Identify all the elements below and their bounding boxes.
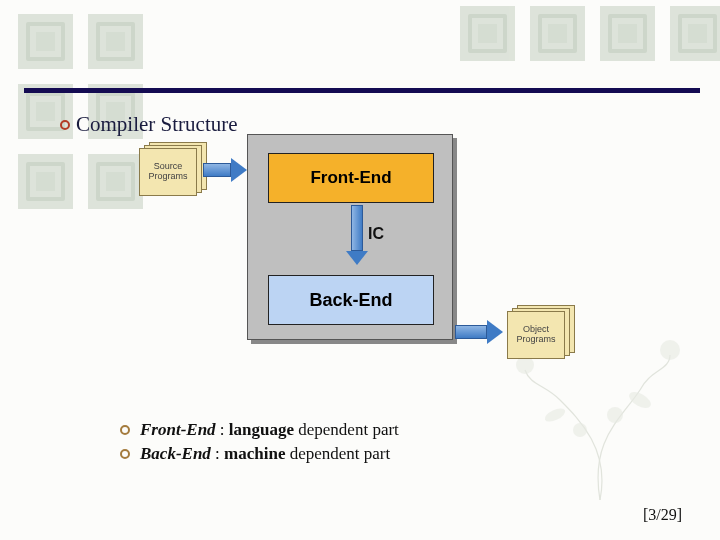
arrow-backend-to-object [455,320,503,344]
compiler-diagram: Source Programs Front-End IC Back-End Ob… [135,130,565,390]
svg-point-0 [660,340,680,360]
definitions-list: Front-End : language dependent part Back… [120,420,399,468]
object-programs-stack: Object Programs [503,305,581,357]
source-programs-stack: Source Programs [135,142,213,194]
def-term: Front-End [140,420,216,439]
arrow-frontend-to-backend [346,205,368,265]
bullet-icon [60,120,70,130]
divider-line [24,88,700,93]
svg-point-4 [627,389,654,411]
bg-ornament [18,154,73,209]
bg-ornament [670,6,720,61]
def-keyword: language [229,420,294,439]
def-keyword: machine [224,444,285,463]
def-rest: dependent part [294,420,399,439]
object-label: Object Programs [508,325,564,345]
definition-row: Back-End : machine dependent part [120,444,399,464]
svg-point-2 [607,407,623,423]
bg-ornament [18,14,73,69]
ic-label: IC [368,225,384,243]
svg-point-5 [543,406,567,424]
compiler-panel: Front-End IC Back-End [247,134,457,344]
page-number: [3/29] [643,506,682,524]
bg-ornament [88,14,143,69]
source-label: Source Programs [140,162,196,182]
bg-ornament [460,6,515,61]
bullet-icon [120,449,130,459]
def-term: Back-End [140,444,211,463]
def-rest: dependent part [285,444,390,463]
front-end-box: Front-End [268,153,434,203]
bg-ornament [600,6,655,61]
definition-row: Front-End : language dependent part [120,420,399,440]
bg-ornament [530,6,585,61]
arrow-source-to-frontend [203,158,247,182]
back-end-box: Back-End [268,275,434,325]
bullet-icon [120,425,130,435]
svg-point-3 [573,423,587,437]
